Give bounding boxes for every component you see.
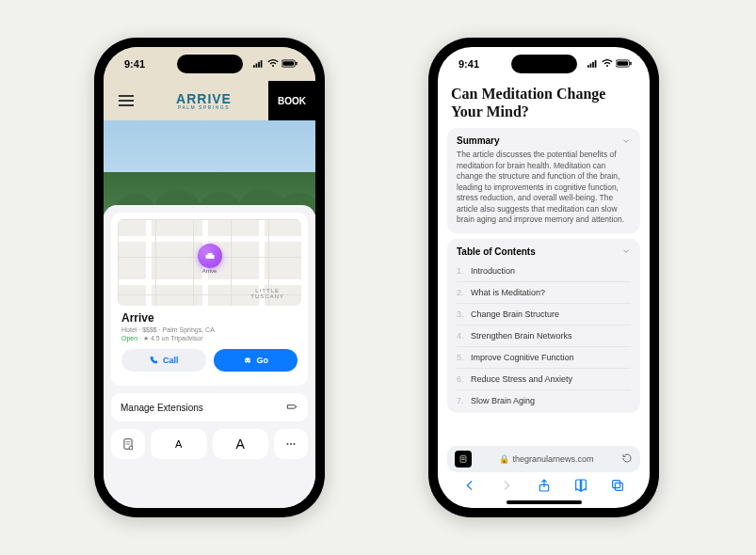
- battery-icon: [616, 58, 633, 70]
- cellular-icon: [253, 58, 265, 70]
- toc-header[interactable]: Table of Contents: [457, 246, 631, 257]
- logo-sub: PALM SPRINGS: [139, 104, 268, 110]
- svg-rect-17: [590, 64, 592, 68]
- phone-icon: [149, 356, 158, 365]
- more-button[interactable]: [274, 429, 308, 459]
- place-status: Open · ★ 4.5 on Tripadvisor: [121, 335, 298, 342]
- go-button[interactable]: Go: [214, 349, 298, 372]
- summary-body: The article discusses the potential bene…: [457, 150, 631, 225]
- pin-label: Arrive: [202, 268, 217, 274]
- toc-item[interactable]: 2.What is Meditation?: [457, 281, 631, 303]
- share-button[interactable]: [537, 478, 552, 493]
- url-text: 🔒thegranularnews.com: [479, 454, 614, 464]
- map[interactable]: Arrive LITTLE TUSCANY: [118, 219, 301, 306]
- svg-rect-18: [592, 62, 594, 68]
- svg-line-12: [132, 449, 133, 450]
- toc-list: 1.Introduction2.What is Meditation?3.Cha…: [457, 261, 631, 411]
- notch: [177, 55, 243, 73]
- notch: [511, 55, 577, 73]
- map-card: Arrive LITTLE TUSCANY Arrive Hotel · $$$…: [111, 213, 308, 386]
- manage-extensions-button[interactable]: Manage Extensions: [111, 393, 308, 421]
- open-label: Open: [121, 335, 137, 341]
- book-button[interactable]: BOOK: [268, 81, 315, 120]
- svg-rect-7: [296, 62, 297, 66]
- tabs-button[interactable]: [610, 478, 625, 493]
- svg-rect-23: [630, 62, 631, 66]
- svg-rect-2: [258, 62, 260, 68]
- phone-left: 9:41 ARRIVE PALM SPRINGS BOOK: [94, 38, 325, 517]
- status-icons: [587, 58, 633, 70]
- status-time: 9:41: [124, 58, 145, 70]
- status-time: 9:41: [458, 58, 479, 70]
- home-indicator[interactable]: [507, 500, 582, 504]
- svg-rect-0: [253, 65, 255, 68]
- svg-rect-3: [261, 60, 263, 68]
- lock-icon: 🔒: [499, 454, 509, 464]
- svg-rect-22: [617, 61, 628, 66]
- svg-rect-16: [587, 65, 589, 68]
- wifi-icon: [267, 58, 279, 70]
- hero-image: [104, 120, 315, 214]
- map-pin-icon[interactable]: [198, 244, 222, 268]
- safari-chrome: 🔒thegranularnews.com: [438, 446, 650, 508]
- toc-item[interactable]: 3.Change Brain Structure: [457, 303, 631, 325]
- wifi-icon: [602, 58, 613, 70]
- rating: ★ 4.5 on Tripadvisor: [143, 335, 203, 341]
- summary-card[interactable]: Summary The article discusses the potent…: [447, 128, 640, 232]
- font-larger-button[interactable]: A: [213, 429, 269, 459]
- svg-rect-19: [595, 60, 597, 68]
- site-header: ARRIVE PALM SPRINGS BOOK: [104, 81, 315, 120]
- battery-icon: [281, 58, 298, 70]
- safari-toolbar: A A: [111, 429, 308, 465]
- toc-item[interactable]: 6.Reduce Stress and Anxiety: [457, 368, 631, 389]
- svg-point-4: [272, 65, 274, 67]
- more-icon: [284, 437, 298, 451]
- svg-point-13: [287, 443, 289, 445]
- status-icons: [253, 58, 298, 70]
- logo[interactable]: ARRIVE PALM SPRINGS: [139, 91, 268, 110]
- extension-icon: [285, 401, 298, 414]
- chevron-down-icon: [621, 136, 631, 146]
- svg-point-15: [294, 443, 296, 445]
- menu-icon[interactable]: [113, 89, 139, 112]
- summary-header[interactable]: Summary: [457, 135, 631, 146]
- page-icon: [121, 437, 135, 451]
- screen-right: 9:41 Can Meditation Change Your Mind? Su…: [438, 47, 650, 508]
- toc-item[interactable]: 5.Improve Cognitive Function: [457, 346, 631, 368]
- reader-button[interactable]: [111, 429, 145, 459]
- toc-item[interactable]: 7.Slow Brain Aging: [457, 389, 631, 411]
- map-area-label: LITTLE TUSCANY: [250, 288, 284, 300]
- url-bar[interactable]: 🔒thegranularnews.com: [447, 446, 640, 472]
- toc-card: Table of Contents 1.Introduction2.What i…: [447, 239, 640, 413]
- svg-rect-6: [282, 61, 294, 66]
- info-sheet: Arrive LITTLE TUSCANY Arrive Hotel · $$$…: [104, 205, 315, 508]
- place-meta: Hotel · $$$$ · Palm Springs, CA: [121, 326, 298, 333]
- screen-left: 9:41 ARRIVE PALM SPRINGS BOOK: [104, 47, 315, 508]
- cellular-icon: [587, 58, 599, 70]
- bookmarks-button[interactable]: [573, 478, 588, 493]
- place-name: Arrive: [121, 311, 298, 325]
- action-row: Call Go: [121, 349, 298, 372]
- toc-item[interactable]: 4.Strengthen Brain Networks: [457, 325, 631, 346]
- reader-mode-icon[interactable]: [455, 451, 472, 468]
- svg-rect-1: [256, 64, 258, 68]
- forward-button[interactable]: [499, 478, 514, 493]
- chevron-down-icon: [621, 246, 631, 256]
- back-button[interactable]: [462, 478, 477, 493]
- car-icon: [243, 356, 252, 365]
- article-title: Can Meditation Change Your Mind?: [438, 81, 650, 128]
- place-info: Arrive Hotel · $$$$ · Palm Springs, CA O…: [118, 306, 301, 379]
- svg-point-20: [606, 65, 608, 67]
- toc-item[interactable]: 1.Introduction: [457, 261, 631, 281]
- call-button[interactable]: Call: [121, 349, 206, 372]
- phone-right: 9:41 Can Meditation Change Your Mind? Su…: [428, 38, 659, 517]
- svg-rect-29: [615, 483, 622, 490]
- svg-rect-28: [613, 481, 620, 488]
- font-smaller-button[interactable]: A: [151, 429, 207, 459]
- reload-button[interactable]: [621, 452, 633, 466]
- svg-point-14: [290, 443, 292, 445]
- svg-rect-24: [460, 456, 466, 463]
